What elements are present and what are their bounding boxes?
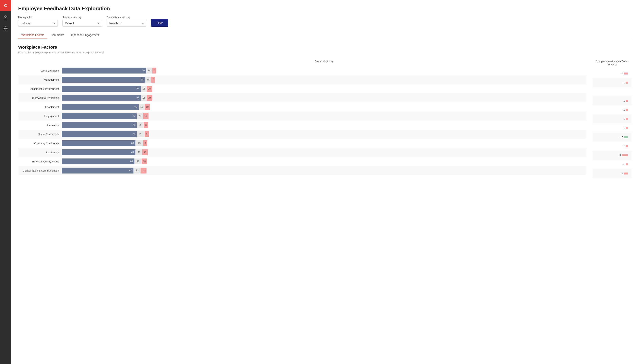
chart-row: Innovation 70 22 8	[18, 120, 586, 130]
comp-bar-neg	[622, 154, 628, 156]
sidebar: C	[0, 0, 11, 364]
comp-value: -1	[620, 145, 625, 148]
comparison-row: -1	[592, 114, 632, 124]
section-title: Workplace Factors	[18, 45, 632, 50]
chart-comparison: Comparison with New Tech - Industry -2 -…	[592, 60, 632, 178]
chart-rows: Work Life Blend 79 14 7 Management 78 15…	[18, 66, 586, 175]
chart-row: Teamwork & Ownership 74 16 10	[18, 93, 586, 102]
comparison-row	[592, 87, 632, 96]
row-label: Innovation	[18, 124, 62, 127]
row-label: Alignment & Involvement	[18, 87, 62, 90]
bar-red: 8	[144, 122, 148, 128]
bar-neutral: 16	[141, 86, 147, 92]
comparison-row: -1	[592, 124, 632, 132]
chart-main: Global - Industry Work Life Blend 79 14 …	[18, 60, 586, 178]
bar-neutral: 23	[136, 140, 143, 146]
bar-section: 70 25 5	[62, 131, 586, 137]
chart-row: Alignment & Involvement 74 16 10	[18, 84, 586, 93]
chart-row: Company Confidence 69 23 8	[18, 139, 586, 148]
bar-section: 74 16 10	[62, 86, 586, 92]
bar-section: 69 21 10	[62, 150, 586, 155]
bar-neutral: 21	[136, 150, 142, 155]
bar-blue: 69	[62, 140, 136, 146]
filters-row: Demographic Industry Primary - Industry …	[18, 16, 632, 27]
bar-section: 78 15 7	[62, 77, 586, 82]
comparison-rows: -2 -1 -1 -1 -1 -1 + 2 -1 -3 -1	[592, 69, 632, 178]
comp-bar-pos	[624, 136, 628, 138]
bar-blue: 69	[62, 150, 136, 155]
comparison-row: -1	[592, 96, 632, 105]
globe-icon[interactable]	[0, 24, 11, 33]
comp-value: -1	[620, 127, 625, 130]
comparison-filter: Comparison - Industry New Tech	[107, 16, 146, 27]
bar-section: 79 14 7	[62, 68, 586, 74]
demographic-select[interactable]: Industry	[18, 20, 58, 27]
comparison-row: -1	[592, 142, 632, 151]
bar-neutral: 22	[135, 158, 142, 164]
bar-blue: 74	[62, 86, 141, 92]
comp-bar-neg	[626, 118, 628, 120]
tab-comments[interactable]: Comments	[48, 32, 67, 39]
comp-value: -1	[620, 100, 625, 102]
chart-container: Global - Industry Work Life Blend 79 14 …	[18, 60, 632, 178]
bar-blue: 68	[62, 158, 135, 164]
chart-row: Engagement 70 20 10	[18, 112, 586, 120]
bar-red: 10	[147, 86, 152, 92]
bar-section: 70 20 10	[62, 113, 586, 119]
bar-blue: 70	[62, 113, 137, 119]
bar-red: 7	[152, 68, 156, 74]
row-label: Enablement	[18, 106, 62, 108]
bar-neutral: 22	[137, 122, 144, 128]
logo-button[interactable]: C	[0, 0, 11, 11]
comp-bar-neg	[626, 127, 628, 129]
row-label: Teamwork & Ownership	[18, 96, 62, 100]
chart-row: Work Life Blend 79 14 7	[18, 66, 586, 75]
comp-bar-neg	[624, 172, 628, 174]
comparison-row: -1	[592, 78, 632, 87]
comparison-row: -2	[592, 169, 632, 178]
bar-section: 74 16 10	[62, 95, 586, 101]
tab-workplace-factors[interactable]: Workplace Factors	[18, 32, 48, 39]
comp-bar-neg	[626, 100, 628, 102]
bar-red: 10	[147, 95, 152, 101]
chart-row: Collaboration & Communication 67 22 11	[18, 166, 586, 175]
comp-value: -1	[620, 81, 625, 84]
row-label: Service & Quality Focus	[18, 160, 62, 163]
comparison-row: -2	[592, 69, 632, 78]
bar-blue: 70	[62, 122, 137, 128]
comp-bar-neg	[624, 72, 628, 74]
bar-section: 72 18 10	[62, 104, 586, 110]
bar-section: 68 22 10	[62, 158, 586, 164]
bar-red: 10	[143, 113, 149, 119]
comparison-row: -3	[592, 151, 632, 160]
bar-neutral: 14	[146, 68, 152, 74]
home-icon[interactable]	[0, 13, 11, 22]
chart-row: Management 78 15 7	[18, 75, 586, 84]
comp-bar-neg	[626, 164, 628, 166]
page-title: Employee Feedback Data Exploration	[18, 6, 632, 12]
primary-select[interactable]: Overall	[63, 20, 102, 27]
bar-neutral: 18	[139, 104, 145, 110]
bar-red: 8	[143, 140, 147, 146]
comp-value: -1	[620, 118, 625, 120]
row-label: Collaboration & Communication	[18, 169, 62, 172]
bar-neutral: 15	[145, 77, 151, 82]
bar-blue: 79	[62, 68, 146, 74]
comp-value: -3	[616, 154, 621, 157]
bar-neutral: 25	[137, 131, 145, 137]
primary-filter: Primary - Industry Overall	[63, 16, 102, 27]
filter-button[interactable]: Filter	[151, 19, 168, 27]
comparison-select[interactable]: New Tech	[107, 20, 146, 27]
comp-value: -1	[620, 108, 625, 111]
comparison-row: -1	[592, 160, 632, 169]
bar-neutral: 20	[137, 113, 143, 119]
comp-value: -2	[618, 172, 623, 175]
tab-impact-on-engagement[interactable]: Impact on Engagement	[67, 32, 102, 39]
comparison-row: + 2	[592, 132, 632, 142]
comparison-label: Comparison - Industry	[107, 16, 146, 19]
chart-row: Social Connection 70 25 5	[18, 130, 586, 139]
comparison-row: -1	[592, 105, 632, 114]
comp-value: + 2	[618, 136, 623, 138]
row-label: Company Confidence	[18, 142, 62, 145]
comp-bar-neg	[626, 109, 628, 111]
